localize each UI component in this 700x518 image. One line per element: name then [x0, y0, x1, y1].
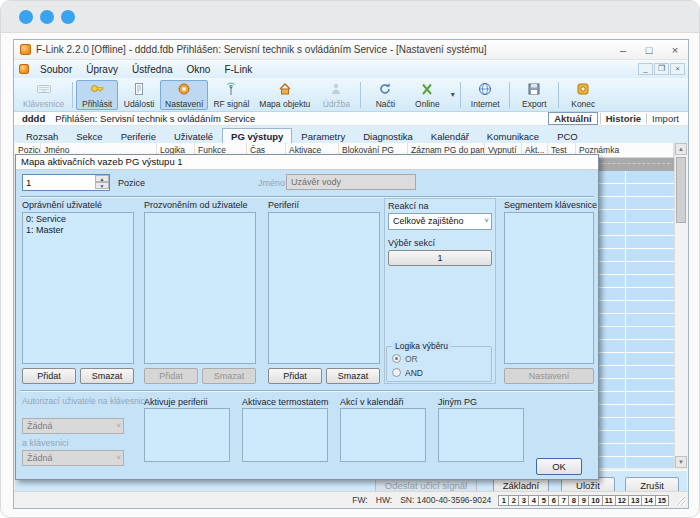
and-radio[interactable]: [392, 368, 401, 377]
calls-group-label: Prozvoněním od uživatele: [144, 200, 248, 210]
menu-upravy[interactable]: Úpravy: [79, 64, 125, 75]
or-radio[interactable]: [392, 354, 401, 363]
spin-up-icon[interactable]: ▲: [95, 175, 109, 182]
toolbar-button-udrzba[interactable]: Údržba: [315, 80, 357, 110]
mdi-restore-button[interactable]: ❐: [654, 63, 669, 75]
toolbar-button-internet[interactable]: Internet: [464, 80, 506, 110]
window-dot[interactable]: [19, 10, 33, 24]
tab-periferie[interactable]: Periferie: [112, 128, 165, 143]
toolbar-button-rf-signal[interactable]: RF signál: [208, 80, 254, 110]
globe-icon: [478, 82, 492, 98]
hw-label: HW:: [376, 495, 392, 505]
toolbar-button-udalosti[interactable]: Události: [118, 80, 160, 110]
ok-button[interactable]: OK: [536, 458, 582, 475]
users-add-button[interactable]: Přidat: [22, 368, 76, 384]
tab-pco[interactable]: PCO: [548, 128, 587, 143]
window-dot[interactable]: [40, 10, 54, 24]
section-badge[interactable]: 15: [655, 495, 669, 506]
toolbar-button-nacti[interactable]: Načti: [364, 80, 406, 110]
menu-flink[interactable]: F-Link: [217, 64, 259, 75]
window-dot[interactable]: [61, 10, 75, 24]
keypad-auth-value: Žádná: [27, 421, 53, 431]
maximize-button[interactable]: □: [636, 44, 662, 56]
scroll-down-icon[interactable]: ▼: [675, 456, 687, 468]
key-icon: [90, 82, 104, 98]
toolbar-button-nastaveni[interactable]: Nastavení: [160, 80, 208, 110]
users-listbox[interactable]: 0: Service 1: Master: [22, 212, 134, 364]
toolbar-button-mapa-objektu[interactable]: Mapa objektu: [254, 80, 315, 110]
online-icon: [420, 82, 434, 98]
tab-uzivatele[interactable]: Uživatelé: [165, 128, 222, 143]
calendar-action-label: Akcí v kalendáři: [340, 397, 404, 407]
online-dropdown-chevron-icon[interactable]: ▼: [449, 91, 456, 98]
segment-settings-button[interactable]: Nastavení: [504, 368, 594, 384]
position-spinner[interactable]: 1 ▲ ▼: [22, 174, 110, 191]
toolbar-button-konec[interactable]: Konec: [562, 80, 604, 110]
section-badge[interactable]: 13: [628, 495, 642, 506]
menu-okno[interactable]: Okno: [180, 64, 218, 75]
peripherals-remove-button[interactable]: Smazat: [326, 368, 380, 384]
keypad-dropdown[interactable]: Žádná ˅: [22, 450, 124, 466]
reaction-dropdown[interactable]: Celkově zajištěno ˅: [388, 213, 492, 230]
tab-sekce[interactable]: Sekce: [67, 128, 111, 143]
section-badge[interactable]: 12: [615, 495, 629, 506]
sections-button[interactable]: 1: [388, 250, 492, 266]
reaction-selected: Celkově zajištěno: [393, 216, 464, 226]
minimize-button[interactable]: –: [610, 44, 636, 56]
other-pg-listbox[interactable]: [438, 408, 524, 462]
mdi-close-button[interactable]: ×: [670, 63, 685, 75]
mdi-child-icon: [19, 64, 29, 74]
list-item[interactable]: 0: Service: [23, 213, 133, 224]
close-button[interactable]: ×: [662, 44, 688, 56]
chevron-down-icon: ˅: [116, 421, 121, 430]
calendar-action-listbox[interactable]: [340, 408, 426, 462]
toolbar-button-klavesnice[interactable]: Klávesnice: [18, 80, 69, 110]
section-badge[interactable]: 11: [602, 495, 616, 506]
users-remove-button[interactable]: Smazat: [80, 368, 134, 384]
pg-activation-map-dialog: Mapa aktivačních vazeb PG výstupu 1 1 ▲ …: [15, 154, 599, 480]
peripherals-add-button[interactable]: Přidat: [268, 368, 322, 384]
menu-soubor[interactable]: Soubor: [33, 64, 79, 75]
users-group-label: Oprávnění uživatelé: [22, 200, 102, 210]
database-name: dddd: [22, 113, 45, 124]
resize-grip[interactable]: [675, 495, 685, 505]
section-badge[interactable]: 10: [588, 495, 602, 506]
name-label: Jméno: [258, 178, 285, 188]
calls-listbox[interactable]: [144, 212, 256, 364]
chevron-down-icon: ˅: [484, 216, 489, 225]
view-aktualni[interactable]: Aktuální: [548, 112, 597, 125]
section-badge[interactable]: 14: [641, 495, 655, 506]
segment-group-label: Segmentem klávesnice: [504, 200, 597, 210]
menu-ustredna[interactable]: Ústředna: [125, 64, 180, 75]
events-document-icon: [132, 82, 146, 98]
calls-remove-button[interactable]: Smazat: [202, 368, 256, 384]
peripherals-listbox[interactable]: [268, 212, 380, 364]
scroll-up-icon[interactable]: ▲: [675, 143, 687, 155]
tab-parametry[interactable]: Parametry: [292, 128, 354, 143]
activates-peripheral-listbox[interactable]: [144, 408, 230, 462]
tab-komunikace[interactable]: Komunikace: [478, 128, 548, 143]
list-item[interactable]: 1: Master: [23, 224, 133, 235]
mdi-minimize-button[interactable]: _: [638, 63, 653, 75]
tab-diagnostika[interactable]: Diagnostika: [354, 128, 422, 143]
tab-kalendar[interactable]: Kalendář: [422, 128, 478, 143]
thermostat-listbox[interactable]: [242, 408, 328, 462]
tab-pg-vystupy[interactable]: PG výstupy: [222, 128, 292, 143]
toolbar-button-export[interactable]: Export: [513, 80, 555, 110]
browser-chrome: [1, 1, 699, 33]
scrollbar-thumb[interactable]: [676, 157, 686, 223]
tab-rozsah[interactable]: Rozsah: [17, 128, 67, 143]
calls-add-button[interactable]: Přidat: [144, 368, 198, 384]
toolbar-button-prihlasit[interactable]: Přihlásit: [76, 80, 118, 110]
reaction-label: Reakcí na: [388, 201, 429, 211]
segment-listbox[interactable]: [504, 212, 594, 364]
maintenance-person-icon: [329, 82, 343, 98]
view-historie[interactable]: Historie: [600, 113, 646, 124]
keypad-auth-dropdown[interactable]: Žádná ˅: [22, 418, 124, 434]
spin-down-icon[interactable]: ▼: [95, 182, 109, 189]
view-import[interactable]: Import: [646, 113, 684, 124]
settings-gear-icon: [177, 82, 191, 98]
toolbar-button-online[interactable]: Online: [406, 80, 448, 110]
activates-peripheral-label: Aktivuje periferii: [144, 397, 208, 407]
vertical-scrollbar[interactable]: ▲ ▼: [674, 143, 687, 468]
